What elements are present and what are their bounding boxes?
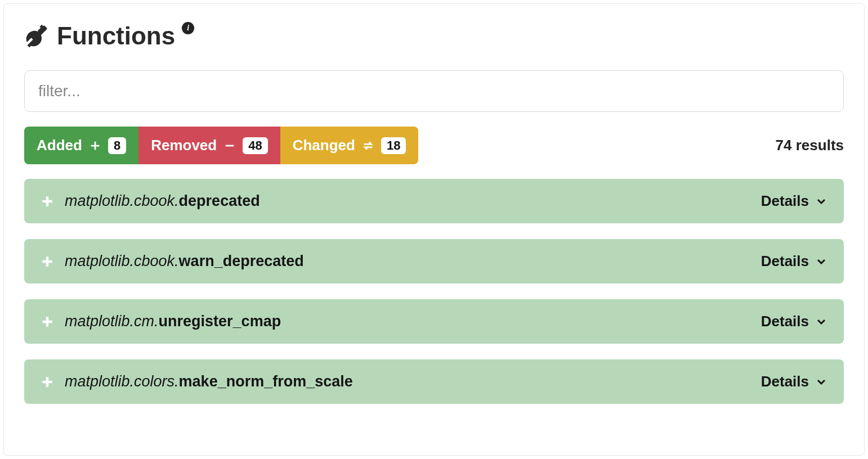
section-title: Functions [57, 22, 175, 50]
result-row[interactable]: matplotlib.cbook.deprecatedDetails [24, 179, 844, 223]
functions-panel: Functions i Added 8 Removed 48 Changed [3, 3, 865, 456]
info-icon[interactable]: i [182, 22, 194, 34]
details-toggle[interactable]: Details [761, 313, 828, 330]
changed-pill[interactable]: Changed 18 [280, 127, 419, 164]
plus-icon [40, 375, 55, 389]
removed-label: Removed [151, 137, 217, 154]
filter-pill-row: Added 8 Removed 48 Changed 18 [24, 127, 844, 164]
module-path: matplotlib.colors. [65, 373, 179, 390]
function-name: matplotlib.colors.make_norm_from_scale [65, 373, 353, 390]
details-label: Details [761, 313, 809, 330]
tools-icon [24, 24, 49, 48]
details-label: Details [761, 373, 809, 390]
details-label: Details [761, 192, 809, 210]
plus-icon [40, 194, 55, 209]
result-row[interactable]: matplotlib.colors.make_norm_from_scaleDe… [24, 359, 844, 404]
details-toggle[interactable]: Details [761, 253, 828, 270]
details-label: Details [761, 253, 809, 270]
pill-group: Added 8 Removed 48 Changed 18 [24, 127, 418, 164]
plus-icon [40, 314, 55, 329]
minus-icon [223, 140, 236, 152]
removed-count: 48 [243, 137, 267, 154]
result-row[interactable]: matplotlib.cbook.warn_deprecatedDetails [24, 239, 844, 284]
member-name: make_norm_from_scale [179, 373, 353, 390]
changed-label: Changed [293, 137, 355, 154]
filter-input[interactable] [24, 70, 844, 112]
chevron-down-icon [815, 255, 828, 268]
module-path: matplotlib.cbook. [65, 192, 179, 209]
function-name: matplotlib.cm.unregister_cmap [65, 313, 281, 330]
member-name: unregister_cmap [159, 313, 281, 330]
added-pill[interactable]: Added 8 [24, 127, 138, 164]
details-toggle[interactable]: Details [761, 192, 828, 210]
function-name: matplotlib.cbook.deprecated [65, 192, 260, 210]
section-heading: Functions i [24, 22, 844, 50]
results-count: 74 results [776, 137, 844, 154]
chevron-down-icon [815, 315, 828, 328]
details-toggle[interactable]: Details [761, 373, 828, 390]
chevron-down-icon [815, 375, 828, 389]
chevron-down-icon [815, 195, 828, 208]
results-list: matplotlib.cbook.deprecatedDetailsmatplo… [24, 179, 844, 404]
plus-icon [40, 254, 55, 269]
result-row[interactable]: matplotlib.cm.unregister_cmapDetails [24, 299, 844, 344]
member-name: warn_deprecated [179, 253, 304, 269]
added-label: Added [37, 137, 82, 154]
removed-pill[interactable]: Removed 48 [138, 127, 280, 164]
plus-icon [89, 140, 101, 152]
module-path: matplotlib.cm. [65, 313, 159, 330]
member-name: deprecated [179, 192, 260, 209]
changed-count: 18 [381, 137, 406, 154]
added-count: 8 [108, 137, 126, 154]
module-path: matplotlib.cbook. [65, 253, 179, 269]
function-name: matplotlib.cbook.warn_deprecated [65, 253, 304, 270]
swap-icon [362, 140, 374, 152]
